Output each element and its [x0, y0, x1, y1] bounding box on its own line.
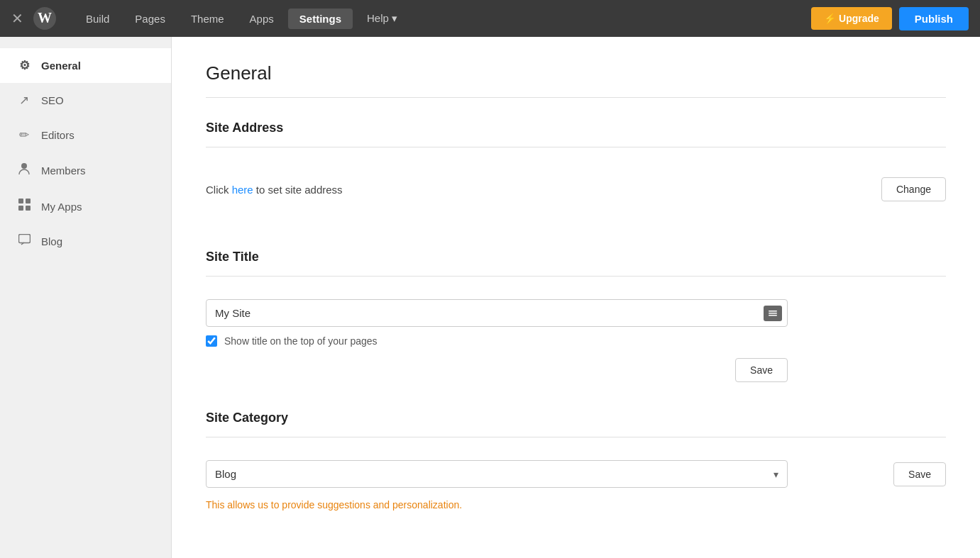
site-title-divider	[206, 276, 946, 277]
nav-links: Build Pages Theme Apps Settings Help ▾	[75, 8, 811, 29]
site-address-text: Click here to set site address	[206, 184, 343, 196]
site-title-heading: Site Title	[206, 250, 946, 264]
sidebar-item-myapps[interactable]: My Apps	[0, 189, 171, 224]
svg-rect-5	[18, 206, 23, 211]
main-content: General Site Address Click here to set s…	[172, 37, 980, 558]
site-address-section: Site Address Click here to set site addr…	[206, 121, 946, 221]
site-title-input[interactable]	[206, 299, 788, 327]
site-title-input-wrapper	[206, 299, 788, 327]
site-category-selected-value: Blog	[215, 468, 236, 480]
nav-build[interactable]: Build	[75, 9, 121, 29]
nav-apps[interactable]: Apps	[238, 9, 285, 29]
personalization-hint: This allows us to provide suggestions an…	[206, 499, 946, 510]
sidebar-label-general: General	[41, 60, 81, 72]
svg-rect-6	[26, 206, 31, 211]
nav-settings[interactable]: Settings	[288, 9, 353, 29]
sidebar-item-seo[interactable]: ↗ SEO	[0, 83, 171, 118]
site-address-row: Click here to set site address Change	[206, 170, 946, 221]
show-title-checkbox-row: Show title on the top of your pages	[206, 335, 946, 347]
sidebar-item-blog[interactable]: Blog	[0, 224, 171, 259]
site-title-input-row	[206, 299, 946, 327]
nav-right-actions: ⚡ Upgrade Publish	[811, 7, 969, 30]
sidebar-item-editors[interactable]: ✏ Editors	[0, 118, 171, 152]
sidebar: ⚙ General ↗ SEO ✏ Editors Members	[0, 37, 172, 558]
upgrade-button[interactable]: ⚡ Upgrade	[811, 7, 892, 30]
chevron-down-icon: ▾	[773, 469, 778, 480]
svg-point-2	[21, 163, 27, 169]
person-icon	[17, 162, 31, 179]
chat-icon	[17, 234, 31, 249]
nav-pages[interactable]: Pages	[123, 9, 177, 29]
apps-grid-icon	[17, 199, 31, 214]
svg-text:W: W	[38, 10, 52, 26]
top-navigation: ✕ W Build Pages Theme Apps Settings Help…	[0, 0, 980, 37]
sidebar-item-general[interactable]: ⚙ General	[0, 48, 171, 83]
sidebar-label-seo: SEO	[41, 94, 64, 106]
site-category-divider	[206, 437, 946, 437]
sidebar-label-editors: Editors	[41, 129, 75, 141]
site-category-save-button[interactable]: Save	[893, 462, 946, 486]
site-title-save-button[interactable]: Save	[735, 358, 788, 382]
show-title-label: Show title on the top of your pages	[224, 335, 378, 347]
close-button[interactable]: ✕	[11, 11, 23, 26]
site-category-select[interactable]: Blog ▾	[206, 460, 788, 488]
site-title-save-row: Save	[206, 358, 788, 382]
site-title-section: Site Title Show title on the top	[206, 250, 946, 382]
site-address-title: Site Address	[206, 121, 946, 135]
sidebar-label-blog: Blog	[41, 235, 62, 247]
svg-rect-10	[769, 315, 777, 316]
sidebar-item-members[interactable]: Members	[0, 152, 171, 189]
svg-rect-8	[769, 311, 777, 312]
pencil-icon: ✏	[17, 128, 31, 143]
gear-icon: ⚙	[17, 58, 31, 73]
site-category-title: Site Category	[206, 411, 946, 425]
sidebar-label-members: Members	[41, 164, 86, 177]
svg-rect-9	[769, 313, 777, 314]
app-layout: ⚙ General ↗ SEO ✏ Editors Members	[0, 37, 980, 558]
site-title-options-button[interactable]	[764, 306, 782, 321]
publish-button[interactable]: Publish	[899, 7, 969, 30]
title-divider	[206, 97, 946, 98]
trending-icon: ↗	[17, 93, 31, 108]
site-category-select-wrapper: Blog ▾ Save	[206, 460, 946, 488]
show-title-checkbox[interactable]	[206, 335, 217, 347]
logo: W	[32, 6, 57, 31]
svg-rect-4	[26, 199, 31, 203]
svg-rect-7	[18, 235, 30, 243]
nav-help[interactable]: Help ▾	[356, 8, 409, 29]
site-address-link[interactable]: here	[232, 184, 253, 196]
page-title: General	[206, 62, 946, 84]
site-address-divider	[206, 147, 946, 147]
site-category-section: Site Category Blog ▾ Save This allows us…	[206, 411, 946, 510]
sidebar-label-myapps: My Apps	[41, 201, 82, 213]
svg-rect-3	[18, 199, 23, 203]
change-address-button[interactable]: Change	[881, 177, 946, 201]
nav-theme[interactable]: Theme	[180, 9, 236, 29]
